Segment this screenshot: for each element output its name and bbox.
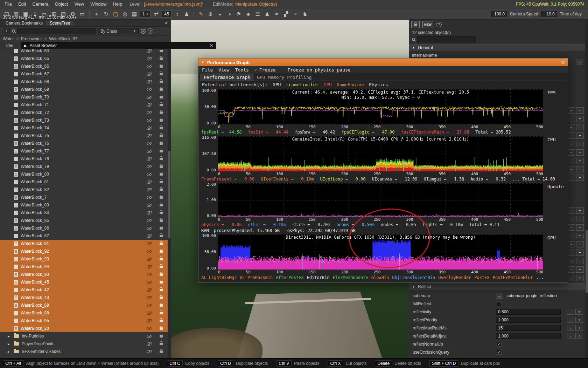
lock-icon[interactable] <box>160 281 163 284</box>
locate-icon[interactable] <box>141 29 146 34</box>
lock-icon[interactable] <box>160 335 163 338</box>
visibility-toggle-icon[interactable] <box>147 150 152 153</box>
tree-row[interactable]: WaterBlock_86 <box>0 224 168 232</box>
water-tool-icon[interactable]: ◑ <box>225 10 234 18</box>
visibility-toggle-icon[interactable] <box>147 73 152 76</box>
lock-icon[interactable] <box>160 158 163 160</box>
inspector-search-input[interactable] <box>417 36 476 42</box>
visibility-toggle-icon[interactable] <box>147 273 152 276</box>
spinner-plus-button[interactable]: + <box>576 275 584 281</box>
visibility-toggle-icon[interactable] <box>147 227 152 230</box>
spinner-plus-button[interactable]: + <box>576 241 584 247</box>
river-icon[interactable]: ≈ <box>272 10 281 18</box>
expand-arrow-icon[interactable]: ▶ <box>24 44 27 48</box>
visibility-toggle-icon[interactable] <box>147 288 152 292</box>
visibility-toggle-icon[interactable] <box>147 180 152 184</box>
menu-view[interactable]: View <box>218 67 229 73</box>
tree-search-input[interactable] <box>17 28 96 34</box>
flag-icon[interactable]: ⚑ <box>234 10 243 18</box>
breadcrumb-item[interactable]: Freshwater <box>14 36 42 41</box>
tree-row[interactable]: WaterBlock_65 <box>0 55 168 62</box>
spinner-minus-button[interactable]: - <box>567 266 575 273</box>
tree-row[interactable]: WaterBlock_90 <box>0 271 168 278</box>
lock-inspector-button[interactable] <box>411 21 420 28</box>
tree-row[interactable]: WaterBlock_67 <box>0 70 168 78</box>
rotate-angle-field[interactable]: 45 <box>162 11 172 18</box>
tree-row[interactable]: WaterBlock_7 <box>0 193 168 201</box>
tree-row[interactable]: WaterBlock_74 <box>0 124 168 132</box>
tree-row[interactable]: WaterBlock_92 <box>0 247 168 255</box>
decrement-button[interactable]: - <box>567 325 574 331</box>
spinner-minus-button[interactable]: - <box>567 116 575 122</box>
tree-row[interactable]: WaterBlock_85 <box>0 217 168 224</box>
menu-item[interactable]: Help <box>110 1 125 7</box>
visibility-toggle-icon[interactable] <box>147 196 152 199</box>
decrement-button[interactable]: - <box>567 309 574 315</box>
visibility-toggle-icon[interactable] <box>147 342 152 346</box>
lock-icon[interactable] <box>160 81 163 83</box>
add-object-icon[interactable]: ⊕ <box>206 10 215 18</box>
brush-icon[interactable]: ✎ <box>196 10 205 18</box>
tree-row[interactable]: WaterBlock_91 <box>0 240 168 247</box>
visibility-toggle-icon[interactable] <box>147 312 152 315</box>
tree-scrollbar[interactable] <box>168 49 171 358</box>
tree-row[interactable]: ▸ PlayerDropPoints <box>0 340 168 348</box>
help-icon[interactable]: ? <box>148 28 153 34</box>
window-titlebar[interactable]: ▼ Performance Graph ✕ <box>198 59 568 66</box>
scrollbar-thumb[interactable] <box>586 230 588 293</box>
spinner-minus-button[interactable]: - <box>567 250 575 256</box>
visibility-toggle-icon[interactable] <box>147 296 152 299</box>
lock-icon[interactable] <box>160 258 163 260</box>
lock-icon[interactable] <box>160 227 163 230</box>
menu-item[interactable]: Camera <box>29 1 51 7</box>
visibility-toggle-icon[interactable] <box>147 211 152 214</box>
rotate-icon[interactable]: ↻ <box>102 10 111 18</box>
lock-icon[interactable] <box>160 243 163 245</box>
lock-icon[interactable] <box>160 119 163 122</box>
lock-icon[interactable] <box>160 219 163 222</box>
spinner-minus-button[interactable]: - <box>567 107 575 114</box>
visibility-toggle-icon[interactable] <box>147 327 152 330</box>
property-checkbox[interactable] <box>497 342 502 347</box>
new-object-button[interactable]: NEW <box>422 21 433 28</box>
lock-icon[interactable] <box>160 165 163 168</box>
visibility-toggle-icon[interactable] <box>147 219 152 222</box>
visibility-toggle-icon[interactable] <box>147 304 152 307</box>
lock-icon[interactable] <box>160 50 163 52</box>
spinner-minus-button[interactable]: - <box>567 175 575 181</box>
translate-icon[interactable]: + <box>92 10 101 18</box>
spinner-plus-button[interactable]: + <box>576 116 584 122</box>
lock-icon[interactable] <box>160 189 163 191</box>
asset-picker-button[interactable]: ... <box>496 293 503 299</box>
visibility-toggle-icon[interactable] <box>147 88 152 91</box>
property-value-field[interactable]: 0.500 <box>496 309 561 315</box>
visibility-toggle-icon[interactable] <box>147 127 152 130</box>
tree-row[interactable]: WaterBlock_68 <box>0 78 168 86</box>
visibility-toggle-icon[interactable] <box>147 157 152 161</box>
snap-icon[interactable]: ◎ <box>120 10 130 18</box>
visibility-toggle-icon[interactable] <box>147 258 152 261</box>
tree-row[interactable]: WaterBlock_88 <box>0 309 168 317</box>
tree-row[interactable]: WaterBlock_84 <box>0 209 168 217</box>
help-icon[interactable]: ? <box>436 22 442 27</box>
lock-icon[interactable] <box>160 196 163 199</box>
scrollbar-thumb[interactable] <box>168 151 170 238</box>
terrain-icon[interactable]: ◒ <box>215 10 224 18</box>
visibility-toggle-icon[interactable] <box>147 165 152 168</box>
swap-axis-icon[interactable]: ⇄ <box>152 10 161 18</box>
tree-row[interactable]: WaterBlock_70 <box>0 93 168 101</box>
visibility-toggle-icon[interactable] <box>147 111 152 114</box>
menu-item[interactable]: Edit <box>15 1 29 7</box>
lock-icon[interactable] <box>160 304 163 307</box>
spinner-plus-button[interactable]: + <box>576 132 584 139</box>
spinner-minus-button[interactable]: - <box>567 224 575 231</box>
tree-row[interactable]: WaterBlock_73 <box>0 116 168 124</box>
tab-camera-bookmarks[interactable]: Camera Bookmarks <box>2 21 46 26</box>
spinner-plus-button[interactable]: + <box>576 224 584 231</box>
spinner-plus-button[interactable]: + <box>576 124 584 130</box>
editmode-value[interactable]: Manipulate Object(s) <box>235 1 277 7</box>
visibility-toggle-icon[interactable] <box>147 319 152 322</box>
freeze-toggle[interactable]: Freeze <box>259 67 276 73</box>
lock-icon[interactable] <box>160 142 163 145</box>
tab-scenetree[interactable]: SceneTree <box>46 21 74 26</box>
